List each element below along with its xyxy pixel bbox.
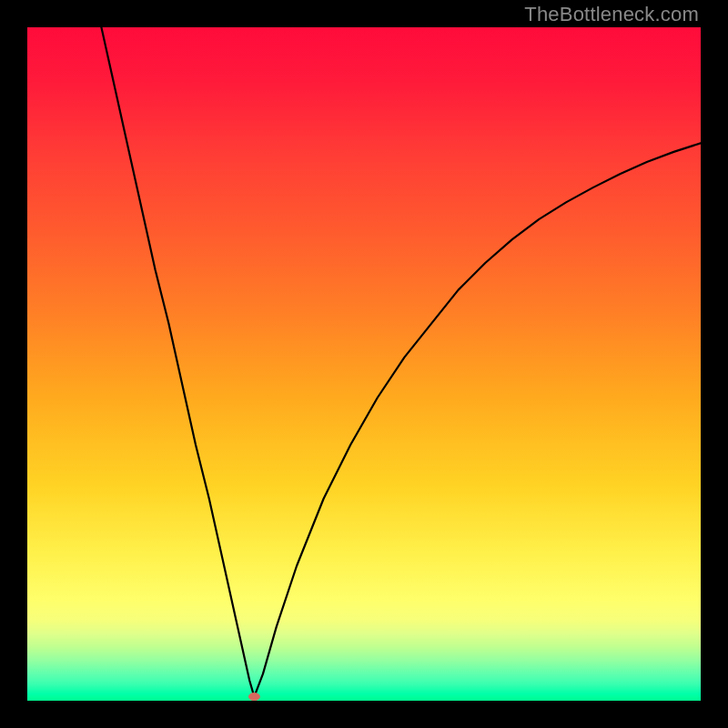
optimal-point-marker (248, 693, 259, 701)
plot-area (27, 27, 701, 701)
bottleneck-curve (101, 27, 701, 697)
attribution-text: TheBottleneck.com (524, 3, 699, 26)
curve-svg (27, 27, 701, 701)
chart-frame: TheBottleneck.com (0, 0, 728, 728)
